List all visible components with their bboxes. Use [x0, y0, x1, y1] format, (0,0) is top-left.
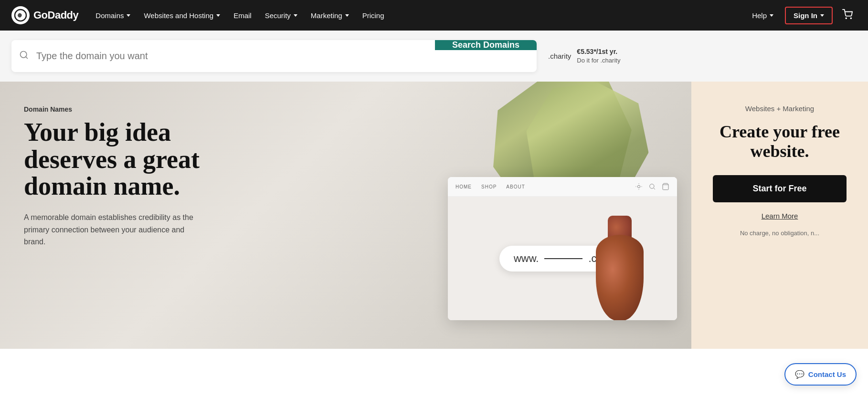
- logo[interactable]: GoDaddy: [11, 6, 78, 24]
- chevron-down-icon: [770, 14, 773, 17]
- hero-text: Domain Names Your big idea deserves a gr…: [24, 105, 224, 248]
- nav-item-security[interactable]: Security: [259, 8, 303, 23]
- hero-title: Your big idea deserves a great domain na…: [24, 119, 224, 200]
- nav-item-email[interactable]: Email: [228, 8, 257, 23]
- signin-button[interactable]: Sign In: [785, 7, 833, 24]
- mockup-nav-icons: [635, 183, 669, 190]
- nav-right: Help Sign In: [746, 5, 857, 26]
- nav-item-websites-hosting[interactable]: Websites and Hosting: [138, 8, 226, 23]
- mockup-body: www. .com: [448, 197, 677, 320]
- search-section: Search Domains .charity €5.53*/1st yr. D…: [0, 31, 868, 82]
- svg-point-6: [650, 184, 654, 188]
- hero-section: HOME SHOP ABOUT www. .com: [0, 82, 691, 349]
- url-prefix: www.: [514, 252, 539, 265]
- svg-point-1: [846, 18, 847, 19]
- nav-items: Domains Websites and Hosting Email Secur…: [90, 8, 746, 23]
- search-box: Search Domains: [11, 40, 537, 72]
- panel-title: Create your free website.: [709, 122, 851, 162]
- nav-item-marketing[interactable]: Marketing: [305, 8, 355, 23]
- no-charge-text: No charge, no obligation, n...: [740, 230, 819, 237]
- chevron-down-icon: [216, 14, 220, 17]
- logo-icon: [11, 6, 30, 24]
- promo-price-block: €5.53*/1st yr. Do it for .charity: [577, 47, 620, 65]
- promo-price: €5.53*/1st yr.: [577, 47, 620, 57]
- search-icon: [11, 50, 36, 62]
- hero-label: Domain Names: [24, 105, 224, 113]
- search-domains-button[interactable]: Search Domains: [435, 40, 537, 50]
- chevron-down-icon: [294, 14, 297, 17]
- brand-name: GoDaddy: [33, 9, 78, 21]
- chevron-down-icon: [820, 14, 824, 17]
- nav-item-pricing[interactable]: Pricing: [357, 8, 390, 23]
- domain-promo: .charity €5.53*/1st yr. Do it for .chari…: [548, 47, 620, 65]
- svg-point-2: [850, 18, 851, 19]
- mockup-nav-about: ABOUT: [506, 184, 525, 189]
- website-mockup: HOME SHOP ABOUT www. .com: [448, 177, 677, 320]
- nav-item-domains[interactable]: Domains: [90, 8, 136, 23]
- right-panel: Websites + Marketing Create your free we…: [691, 82, 868, 349]
- hero-description: A memorable domain establishes credibili…: [24, 211, 196, 248]
- mockup-navbar: HOME SHOP ABOUT: [448, 177, 677, 197]
- help-button[interactable]: Help: [746, 8, 779, 23]
- promo-subtext: Do it for .charity: [577, 56, 620, 65]
- vase-decoration: [582, 206, 658, 320]
- cart-button[interactable]: [838, 5, 857, 26]
- navbar: GoDaddy Domains Websites and Hosting Ema…: [0, 0, 868, 31]
- url-underline: [544, 258, 582, 259]
- svg-line-7: [654, 188, 655, 189]
- chevron-down-icon: [345, 14, 349, 17]
- chevron-down-icon: [127, 14, 130, 17]
- learn-more-link[interactable]: Learn More: [762, 212, 798, 220]
- promo-tld: .charity: [548, 52, 571, 60]
- svg-line-4: [26, 57, 28, 59]
- mockup-nav-shop: SHOP: [481, 184, 497, 189]
- panel-subtitle: Websites + Marketing: [745, 104, 814, 113]
- domain-search-input[interactable]: [36, 40, 435, 72]
- main-content: HOME SHOP ABOUT www. .com: [0, 82, 868, 349]
- start-free-button[interactable]: Start for Free: [713, 175, 847, 202]
- svg-point-5: [637, 185, 640, 188]
- vase-body: [596, 235, 644, 320]
- mockup-nav-home: HOME: [455, 184, 472, 189]
